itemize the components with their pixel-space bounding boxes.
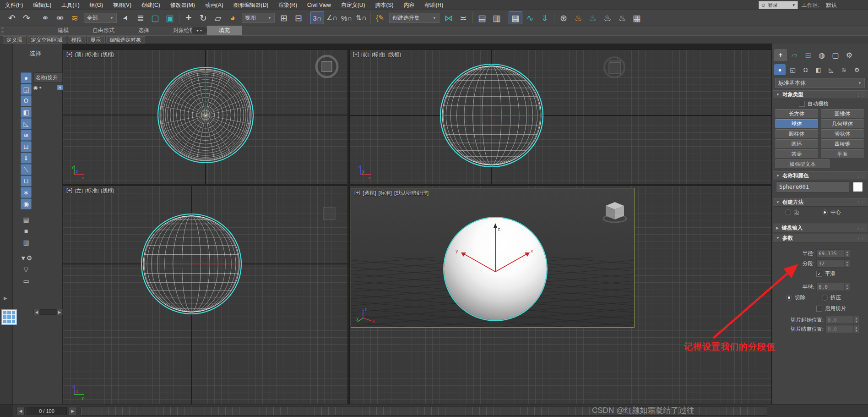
menu-file[interactable]: 文件(F) bbox=[0, 0, 28, 10]
btn-define-idle-area[interactable]: 定义空闲区域 bbox=[27, 36, 66, 44]
object-name-input[interactable]: Sphere001 bbox=[776, 181, 849, 192]
viewcube-left[interactable] bbox=[316, 201, 342, 227]
redo-icon[interactable]: ↷ bbox=[20, 11, 33, 24]
tab-selection[interactable]: 选择 bbox=[126, 26, 161, 35]
eye-icon[interactable]: ◉ bbox=[33, 85, 38, 91]
menu-create[interactable]: 创建(C) bbox=[136, 0, 165, 10]
window-crossing-icon[interactable]: ▣ bbox=[163, 11, 177, 24]
filter-funnel-icon[interactable]: ▽ bbox=[21, 264, 32, 275]
toggle-ribbon-icon[interactable]: ▦ bbox=[509, 11, 522, 24]
viewport-perspective[interactable]: [+] [透视] [标准] [默认明暗处理] z bbox=[351, 188, 635, 328]
btn-text-plus[interactable]: 加强型文本 bbox=[775, 159, 830, 169]
expand-arrow-icon[interactable]: ▶ bbox=[4, 296, 7, 301]
btn-display[interactable]: 显示 bbox=[87, 36, 105, 44]
vp-menu-shading[interactable]: [线框] bbox=[387, 51, 401, 58]
scene-explorer-grid-icon[interactable] bbox=[1, 309, 17, 325]
autogrid-checkbox[interactable] bbox=[799, 101, 805, 107]
viewport-top[interactable]: [+] [顶] [标准] [线框] y x z bbox=[63, 49, 348, 184]
btn-plane[interactable]: 平面 bbox=[821, 149, 864, 159]
selection-filter-dropdown[interactable]: 全部▼ bbox=[84, 13, 117, 23]
curve-editor-icon[interactable]: ∿ bbox=[523, 11, 537, 24]
edge-radio[interactable] bbox=[785, 209, 791, 215]
spinner-snap-icon[interactable]: ⇅∩ bbox=[354, 11, 368, 24]
display-mode-list-icon[interactable]: ▤ bbox=[21, 214, 32, 225]
scene-layers-icon[interactable]: ▥ bbox=[490, 11, 504, 24]
filter-config-icon[interactable]: ▼⚙ bbox=[21, 252, 32, 263]
scroll-track[interactable] bbox=[40, 309, 56, 315]
select-link-icon[interactable]: ⚭ bbox=[38, 11, 52, 24]
select-scale-icon[interactable]: ▱ bbox=[211, 11, 225, 24]
vp-menu-shading[interactable]: [线框] bbox=[101, 187, 114, 194]
slice-enable-checkbox[interactable] bbox=[816, 306, 822, 312]
filter-bones-icon[interactable]: ⟍ bbox=[21, 164, 32, 175]
undo-icon[interactable]: ↶ bbox=[5, 11, 19, 24]
tab-hierarchy-icon[interactable]: ⊟ bbox=[802, 49, 814, 61]
percent-snap-icon[interactable]: %∩ bbox=[340, 11, 353, 24]
schematic-view-icon[interactable]: ⇓ bbox=[538, 11, 552, 24]
vp-menu-view[interactable]: [左] bbox=[75, 187, 83, 194]
render-production-icon[interactable]: ♨ bbox=[601, 11, 614, 24]
cat-cameras-icon[interactable]: ◧ bbox=[813, 64, 824, 75]
btn-cone[interactable]: 圆锥体 bbox=[821, 109, 864, 118]
frame-counter[interactable]: 0 / 100 bbox=[27, 407, 67, 415]
tab-modeling[interactable]: 建模 bbox=[46, 26, 81, 35]
primitive-category-dropdown[interactable]: 标准基本体▼ bbox=[775, 78, 865, 88]
btn-teapot[interactable]: 茶壶 bbox=[775, 149, 818, 159]
vp-menu-plus[interactable]: [+] bbox=[353, 51, 359, 58]
viewcube-persp[interactable] bbox=[602, 198, 629, 226]
btn-simulate[interactable]: 模拟 bbox=[68, 36, 86, 44]
cat-geometry-icon[interactable]: ● bbox=[774, 64, 786, 75]
tab-create-icon[interactable]: + bbox=[774, 49, 787, 61]
select-rotate-icon[interactable]: ↻ bbox=[196, 11, 210, 24]
center-radio[interactable] bbox=[822, 209, 828, 215]
login-dropdown[interactable]: ☺ 登录 ▼ bbox=[759, 1, 798, 9]
render-setup-icon[interactable]: ♨ bbox=[571, 11, 585, 24]
cat-spacewarps-icon[interactable]: ≋ bbox=[838, 64, 850, 75]
filter-groups-icon[interactable]: ⊡ bbox=[21, 141, 32, 152]
vp-menu-standard[interactable]: [标准] bbox=[85, 51, 98, 58]
vp-menu-shading[interactable]: [默认明暗处理] bbox=[394, 190, 429, 197]
explorer-column-header[interactable]: 名称(按升 bbox=[33, 72, 63, 82]
use-pivot-center-icon[interactable]: ⊞ bbox=[277, 11, 291, 24]
menu-help[interactable]: 帮助(H) bbox=[419, 0, 448, 10]
explorer-scrollbar[interactable]: ◀ ▶ bbox=[33, 308, 63, 316]
select-object-icon[interactable]: ➤ bbox=[117, 9, 135, 27]
menu-animation[interactable]: 动画(A) bbox=[200, 0, 228, 10]
squash-radio[interactable] bbox=[822, 295, 828, 301]
asset-library-icon[interactable]: ▦ bbox=[630, 11, 644, 24]
menu-views[interactable]: 视图(V) bbox=[108, 0, 136, 10]
viewcube-top[interactable] bbox=[314, 54, 340, 79]
object-name[interactable]: S bbox=[57, 85, 63, 90]
tab-utilities-icon[interactable]: ⚙ bbox=[843, 49, 856, 61]
menu-customize[interactable]: 自定义(U) bbox=[336, 0, 370, 10]
menu-edit[interactable]: 编辑(E) bbox=[28, 0, 56, 10]
explorer-object-row[interactable]: ◉ ● S bbox=[33, 84, 63, 91]
vp-menu-standard[interactable]: [标准] bbox=[372, 51, 385, 58]
cat-lights-icon[interactable]: Ω bbox=[800, 64, 811, 75]
filter-frozen-icon[interactable]: ∗ bbox=[21, 187, 32, 198]
mirror-icon[interactable]: ⋈ bbox=[442, 11, 456, 24]
rollout-parameters[interactable]: ▼参数⋮⋮ bbox=[773, 234, 868, 242]
tab-populate[interactable]: 填充 bbox=[207, 26, 242, 35]
prev-frame-icon[interactable]: ◀ bbox=[16, 407, 25, 415]
rendered-frame-window-icon[interactable]: ♨ bbox=[586, 11, 600, 24]
btn-define-flow[interactable]: 定义流 bbox=[3, 36, 26, 44]
filter-containers-icon[interactable]: ⊔ bbox=[21, 176, 32, 187]
rollout-object-type[interactable]: ▼对象类型⋮⋮ bbox=[773, 90, 868, 99]
btn-pyramid[interactable]: 四棱锥 bbox=[821, 139, 864, 148]
angle-snap-icon[interactable]: ∠∩ bbox=[325, 11, 339, 24]
menu-modifiers[interactable]: 修改器(M) bbox=[165, 0, 200, 10]
vp-menu-view[interactable]: [前] bbox=[361, 51, 369, 58]
scroll-left-icon[interactable]: ◀ bbox=[33, 309, 40, 315]
viewport-right-region[interactable]: [+] [透视] [标准] [默认明暗处理] z bbox=[349, 186, 772, 404]
viewport-front[interactable]: [+] [前] [标准] [线框] z x y bbox=[349, 49, 772, 184]
rollout-name-color[interactable]: ▼名称和颜色⋮⋮ bbox=[773, 171, 868, 180]
tab-modify-icon[interactable]: ▱ bbox=[788, 49, 801, 61]
vp-menu-shading[interactable]: [线框] bbox=[101, 51, 114, 58]
menu-tools[interactable]: 工具(T) bbox=[56, 0, 84, 10]
filter-lights-icon[interactable]: Ω bbox=[21, 95, 32, 106]
viewcube-front[interactable] bbox=[602, 55, 627, 80]
filter-hidden-icon[interactable]: ◉ bbox=[21, 198, 32, 209]
select-manipulate-icon[interactable]: ⊟ bbox=[292, 11, 305, 24]
btn-geosphere[interactable]: 几何球体 bbox=[821, 119, 864, 128]
